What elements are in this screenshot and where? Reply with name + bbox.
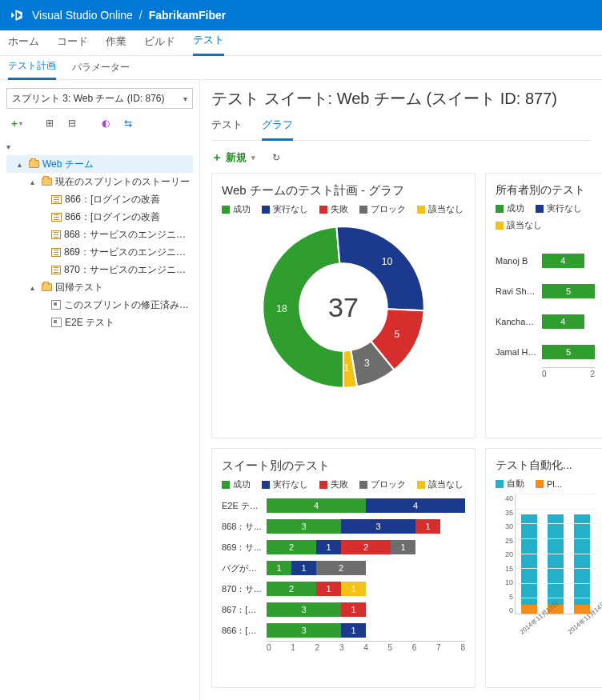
bar-row: E2E テスト44 bbox=[222, 495, 465, 516]
tree-item[interactable]: E2E テスト bbox=[6, 314, 193, 331]
plan-selector-text: スプリント 3: Web チーム (ID: 876) bbox=[12, 92, 164, 106]
legend: 成功 実行なし 失敗 ブロック 該当なし bbox=[222, 203, 465, 215]
static-suite-icon bbox=[51, 318, 62, 327]
widget-plan-donut[interactable]: Web チームのテスト計画 - グラフ 成功 実行なし 失敗 ブロック 該当なし… bbox=[211, 173, 476, 438]
breadcrumb-sep: / bbox=[139, 9, 142, 22]
left-pane: スプリント 3: Web チーム (ID: 876) ▾ ＋▾ ⊞ ⊟ ◐ ⇆ … bbox=[0, 80, 200, 700]
tree-item[interactable]: 868：サービスのエンジニア リ... bbox=[6, 226, 193, 243]
tree-current-sprint[interactable]: ▴ 現在のスプリントのストーリー bbox=[6, 173, 193, 190]
expand-all-icon[interactable]: ⊞ bbox=[43, 117, 56, 130]
donut-chart: 37 1810531 bbox=[259, 223, 427, 391]
subtab-testplan[interactable]: テスト計画 bbox=[8, 54, 56, 80]
widget-grid: Web チームのテスト計画 - グラフ 成功 実行なし 失敗 ブロック 該当なし… bbox=[211, 173, 591, 688]
project-link[interactable]: FabrikamFiber bbox=[149, 9, 226, 22]
right-pane: テスト スイート: Web チーム (スイート ID: 877) テスト グラフ… bbox=[200, 80, 602, 700]
tree-item[interactable]: 866：[ログインの改善 bbox=[6, 190, 193, 208]
tree-regression[interactable]: ▴ 回帰テスト bbox=[6, 278, 193, 296]
legend: 自動 Pl... bbox=[496, 478, 595, 490]
export-icon[interactable]: ⇆ bbox=[122, 117, 134, 130]
folder-icon bbox=[42, 178, 52, 186]
subtab-parameters[interactable]: パラメーター bbox=[72, 56, 130, 79]
suite-bars: E2E テスト44868：サ...331869：サ...2121バグが修...1… bbox=[222, 495, 465, 641]
chevron-down-icon: ▾ bbox=[251, 154, 255, 162]
folder-icon bbox=[29, 160, 39, 168]
suite-axis: 012345678 bbox=[267, 641, 465, 657]
bar-row: Jamal Ha...5 bbox=[496, 337, 595, 367]
bar-row: Kanchan...4 bbox=[496, 306, 595, 337]
tree-item[interactable]: 866：[ログインの改善 bbox=[6, 208, 193, 226]
tab-tests[interactable]: テスト bbox=[211, 114, 243, 140]
slice-value: 3 bbox=[364, 358, 370, 369]
requirement-suite-icon bbox=[51, 230, 61, 239]
suite-title: テスト スイート: Web チーム (スイート ID: 877) bbox=[211, 88, 591, 110]
folder-icon bbox=[42, 283, 52, 291]
tab-charts[interactable]: グラフ bbox=[262, 114, 293, 141]
legend: 成功 実行なし 該当なし bbox=[496, 202, 595, 231]
top-bar: Visual Studio Online / FabrikamFiber bbox=[0, 0, 602, 30]
tree-root[interactable]: ▴ Web チーム bbox=[6, 155, 193, 173]
widget-title: テスト自動化... bbox=[496, 458, 595, 473]
product-link[interactable]: Visual Studio Online bbox=[32, 9, 133, 22]
collapse-all-icon[interactable]: ⊟ bbox=[66, 117, 78, 130]
secondary-tabs: テスト計画 パラメーター bbox=[0, 56, 602, 80]
widget-by-owner[interactable]: 所有者別のテスト 成功 実行なし 該当なし Manoj B4Ravi Sha..… bbox=[485, 173, 602, 438]
tab-home[interactable]: ホーム bbox=[8, 30, 39, 55]
requirement-suite-icon bbox=[51, 195, 62, 204]
right-toolbar: ＋ 新規 ▾ ↻ bbox=[211, 147, 591, 173]
suite-tree: ▾ ▴ Web チーム ▴ 現在のスプリントのストーリー 866：[ログインの改… bbox=[6, 138, 193, 331]
tree-item[interactable]: 870：サービスのエンジニア リ... bbox=[6, 261, 193, 278]
widget-automation[interactable]: テスト自動化... 自動 Pl... 4035302520151050 2014… bbox=[485, 448, 602, 688]
widget-title: 所有者別のテスト bbox=[496, 183, 595, 198]
requirement-suite-icon bbox=[51, 248, 61, 257]
bar-row: 868：サ...331 bbox=[222, 516, 465, 537]
tree-caret-root[interactable]: ▾ bbox=[6, 138, 193, 155]
bar-row: Ravi Sha...5 bbox=[496, 276, 595, 306]
donut-total: 37 bbox=[328, 292, 359, 323]
new-suite-button[interactable]: ＋▾ bbox=[10, 117, 22, 130]
slice-value: 10 bbox=[382, 256, 392, 267]
left-toolbar: ＋▾ ⊞ ⊟ ◐ ⇆ bbox=[6, 109, 193, 138]
main-split: スプリント 3: Web チーム (ID: 876) ▾ ＋▾ ⊞ ⊟ ◐ ⇆ … bbox=[0, 80, 602, 700]
bar-row: 866：[ロ...31 bbox=[222, 620, 465, 641]
bar-row: Manoj B4 bbox=[496, 246, 595, 276]
widget-by-suite[interactable]: スイート別のテスト 成功 実行なし 失敗 ブロック 該当なし E2E テスト44… bbox=[211, 448, 476, 688]
slice-value: 18 bbox=[276, 303, 287, 314]
tab-work[interactable]: 作業 bbox=[106, 30, 126, 55]
query-suite-icon bbox=[51, 300, 61, 310]
tree-item[interactable]: 869：サービスのエンジニア リ... bbox=[6, 243, 193, 261]
widget-title: スイート別のテスト bbox=[222, 458, 465, 474]
widget-title: Web チームのテスト計画 - グラフ bbox=[222, 183, 465, 198]
plus-icon: ＋ bbox=[211, 150, 223, 165]
refresh-icon[interactable]: ↻ bbox=[270, 151, 283, 164]
new-chart-button[interactable]: ＋ 新規 ▾ bbox=[211, 150, 255, 165]
legend: 成功 実行なし 失敗 ブロック 該当なし bbox=[222, 478, 465, 490]
bar-row: 869：サ...2121 bbox=[222, 537, 465, 558]
tab-code[interactable]: コード bbox=[57, 30, 88, 55]
chevron-down-icon: ▾ bbox=[183, 94, 187, 103]
vs-logo-icon bbox=[10, 8, 24, 22]
owner-bars: Manoj B4Ravi Sha...5Kanchan...4Jamal Ha.… bbox=[496, 246, 595, 367]
tree-item[interactable]: このスプリントの修正済みのバグ bbox=[6, 296, 193, 314]
tab-test[interactable]: テスト bbox=[193, 28, 224, 56]
show-test-points-icon[interactable]: ◐ bbox=[99, 117, 112, 130]
owner-axis: 02 bbox=[542, 367, 595, 383]
requirement-suite-icon bbox=[51, 213, 62, 222]
bar-row: 870：サ...211 bbox=[222, 578, 465, 599]
requirement-suite-icon bbox=[51, 266, 61, 274]
plan-selector[interactable]: スプリント 3: Web チーム (ID: 876) ▾ bbox=[6, 88, 193, 109]
bar-row: バグが修...112 bbox=[222, 558, 465, 578]
slice-value: 5 bbox=[394, 329, 399, 340]
bar-row: 867：[ロ...31 bbox=[222, 599, 465, 620]
tab-build[interactable]: ビルド bbox=[144, 30, 175, 55]
primary-tabs: ホーム コード 作業 ビルド テスト bbox=[0, 30, 602, 56]
automation-chart: 4035302520151050 2014年11月13日2014年11月14日2… bbox=[496, 494, 595, 630]
slice-value: 1 bbox=[344, 362, 350, 374]
right-tabs: テスト グラフ bbox=[211, 114, 591, 141]
